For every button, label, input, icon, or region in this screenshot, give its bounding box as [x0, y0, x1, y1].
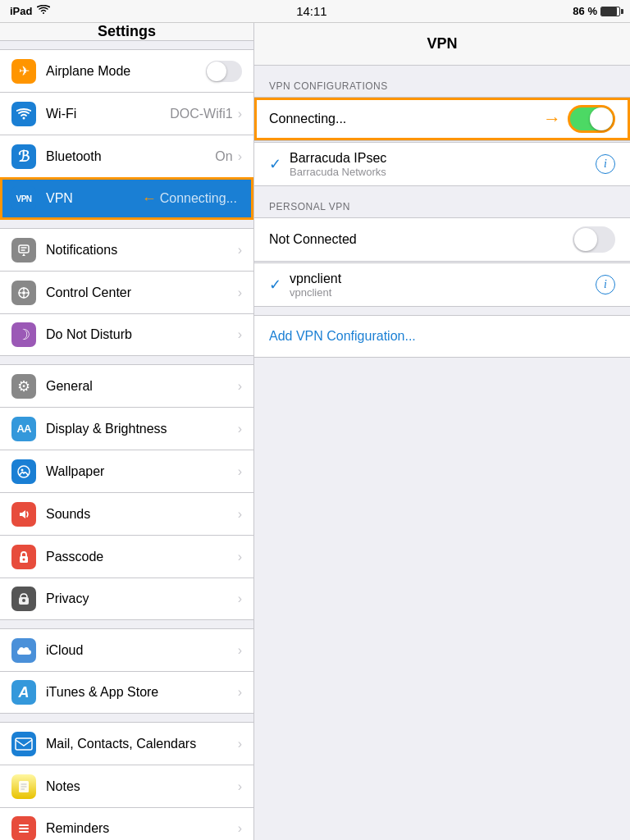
battery-icon [600, 7, 620, 16]
passcode-chevron: › [238, 550, 242, 564]
sidebar-item-control-center[interactable]: Control Center › [0, 271, 253, 313]
sidebar-item-wallpaper[interactable]: Wallpaper › [0, 450, 253, 492]
itunes-icon: A [11, 680, 36, 705]
wifi-label: Wi-Fi [46, 107, 170, 121]
airplane-label: Airplane Mode [46, 64, 206, 79]
arrow-right-orange-icon: → [543, 108, 561, 130]
reminders-label: Reminders [46, 821, 238, 836]
sidebar-item-reminders[interactable]: Reminders › [0, 807, 253, 840]
vpnclient-name: vpnclient [290, 272, 596, 286]
right-panel: VPN VPN CONFIGURATIONS Connecting... → ✓ [254, 23, 630, 840]
sidebar-item-wifi[interactable]: Wi-Fi DOC-Wifi1 › [0, 92, 253, 135]
reminders-chevron: › [238, 821, 242, 836]
vpn-configurations-label: VPN CONFIGURATIONS [254, 66, 630, 97]
airplane-toggle-knob [207, 62, 226, 81]
barracuda-name: Barracuda IPsec [290, 151, 596, 166]
notifications-icon [11, 238, 36, 262]
sidebar-item-bluetooth[interactable]: ℬ Bluetooth On › [0, 135, 253, 177]
general-icon: ⚙ [11, 374, 36, 399]
vpnclient-info-button[interactable]: i [596, 275, 615, 294]
barracuda-row[interactable]: ✓ Barracuda IPsec Barracuda Networks i [254, 143, 630, 185]
sidebar-item-general[interactable]: ⚙ General › [0, 364, 253, 407]
airplane-toggle[interactable] [206, 61, 242, 82]
barracuda-info-button[interactable]: i [596, 154, 615, 174]
vpnclient-row[interactable]: ✓ vpnclient vpnclient i [254, 263, 630, 306]
itunes-chevron: › [238, 685, 242, 700]
sidebar-item-notes[interactable]: Notes › [0, 765, 253, 807]
bluetooth-icon: ℬ [11, 144, 36, 169]
vpn-label: VPN [46, 191, 142, 206]
vpn-toggle-knob [590, 107, 613, 130]
vpn-connect-toggle[interactable] [568, 105, 615, 133]
wifi-sidebar-icon [11, 102, 36, 126]
sidebar-item-display[interactable]: AA Display & Brightness › [0, 407, 253, 450]
vpn-configurations-section: VPN CONFIGURATIONS Connecting... → ✓ Bar… [254, 66, 630, 186]
add-vpn-label: Add VPN Configuration... [269, 329, 416, 344]
sidebar-item-do-not-disturb[interactable]: ☽ Do Not Disturb › [0, 313, 253, 356]
status-bar: iPad 14:11 86 % [0, 0, 630, 23]
personal-vpn-toggle[interactable] [573, 226, 615, 253]
bluetooth-label: Bluetooth [46, 149, 215, 164]
mail-icon [11, 732, 36, 756]
svg-point-14 [23, 558, 25, 560]
vpnclient-sub: vpnclient [290, 286, 596, 299]
personal-vpn-config-group: Not Connected [254, 217, 630, 262]
icloud-icon [11, 638, 36, 663]
svg-rect-1 [19, 245, 29, 253]
sidebar-item-notifications[interactable]: Notifications › [0, 228, 253, 271]
svg-marker-12 [20, 510, 25, 518]
svg-point-11 [21, 468, 24, 471]
barracuda-sub: Barracuda Networks [290, 166, 596, 178]
dnd-chevron: › [238, 327, 242, 342]
bluetooth-value: On [215, 149, 232, 164]
sidebar-item-mail[interactable]: Mail, Contacts, Calendars › [0, 722, 253, 765]
settings-group-connectivity: ✈ Airplane Mode Wi-Fi DOC-Wifi1 › ℬ Blue… [0, 49, 253, 220]
vpn-config-group: Connecting... → [254, 97, 630, 141]
time-label: 14:11 [296, 4, 327, 18]
not-connected-row[interactable]: Not Connected [254, 218, 630, 261]
notifications-chevron: › [238, 243, 242, 258]
personal-vpn-label: PERSONAL VPN [254, 186, 630, 217]
sidebar-item-itunes[interactable]: A iTunes & App Store › [0, 671, 253, 714]
vpn-icon: VPN [11, 186, 36, 211]
sidebar-item-icloud[interactable]: iCloud › [0, 628, 253, 671]
status-right: 86 % [573, 5, 620, 17]
sidebar-item-sounds[interactable]: Sounds › [0, 492, 253, 535]
svg-point-5 [22, 291, 25, 294]
icloud-label: iCloud [46, 643, 238, 658]
settings-title: Settings [98, 23, 156, 40]
sidebar-item-passcode[interactable]: Passcode › [0, 535, 253, 578]
wifi-icon [37, 5, 50, 17]
status-left: iPad [10, 5, 50, 17]
personal-vpn-knob [574, 228, 597, 251]
settings-group-system: Notifications › Control Center › ☽ Do No… [0, 228, 253, 356]
vpn-title: VPN [427, 35, 457, 52]
svg-rect-17 [16, 738, 32, 750]
svg-point-10 [18, 466, 30, 477]
sounds-icon [11, 502, 36, 527]
dnd-label: Do Not Disturb [46, 327, 238, 342]
privacy-chevron: › [238, 591, 242, 606]
barracuda-name-wrapper: Barracuda IPsec Barracuda Networks [290, 151, 596, 178]
sidebar-item-airplane-mode[interactable]: ✈ Airplane Mode [0, 49, 253, 92]
sidebar-item-vpn[interactable]: VPN VPN ← Connecting... [0, 177, 253, 220]
bluetooth-chevron: › [238, 149, 242, 164]
wallpaper-label: Wallpaper [46, 464, 238, 479]
connecting-row[interactable]: Connecting... → [254, 98, 630, 140]
left-panel: Settings ✈ Airplane Mode Wi-Fi DOC-Wifi1… [0, 23, 254, 840]
notes-icon [11, 774, 36, 799]
settings-group-apple: iCloud › A iTunes & App Store › [0, 628, 253, 714]
sidebar-item-privacy[interactable]: Privacy › [0, 578, 253, 620]
control-center-label: Control Center [46, 285, 238, 300]
icloud-chevron: › [238, 643, 242, 658]
battery-fill [601, 7, 617, 16]
control-center-icon [11, 281, 36, 305]
svg-point-16 [22, 599, 25, 602]
wifi-chevron: › [238, 107, 242, 121]
add-vpn-row[interactable]: Add VPN Configuration... [254, 315, 630, 358]
passcode-label: Passcode [46, 550, 238, 564]
wifi-value: DOC-Wifi1 [170, 107, 232, 121]
vpn-arrow-left-icon: ← [142, 190, 157, 208]
carrier-label: iPad [10, 5, 32, 17]
right-header: VPN [254, 23, 630, 66]
